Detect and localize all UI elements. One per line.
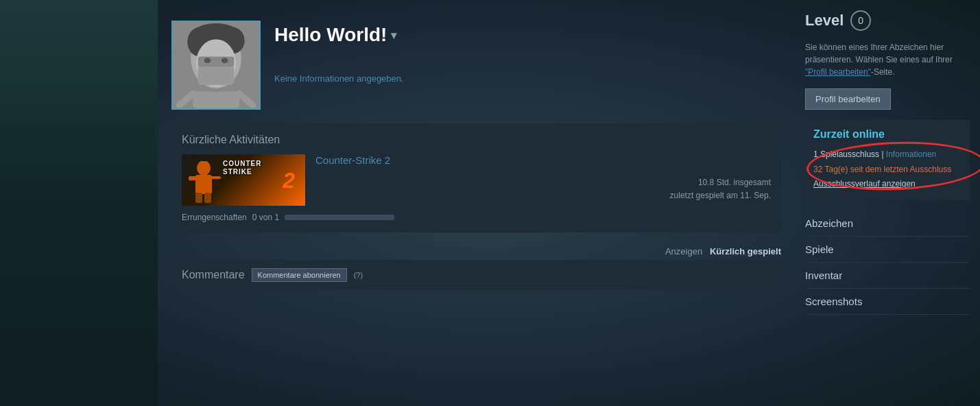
nav-item-spiele[interactable]: Spiele xyxy=(805,237,970,263)
ban-line-1: 1 Spielausschluss | Informationen xyxy=(813,147,961,163)
svg-rect-16 xyxy=(211,176,221,179)
avatar-container xyxy=(171,21,261,110)
svg-rect-10 xyxy=(193,92,239,108)
online-title: Zurzeit online xyxy=(813,128,961,141)
username: Hello World! ▾ xyxy=(274,24,781,46)
achievements-label: Errungenschaften xyxy=(182,213,247,222)
main-content: Hello World! ▾ Keine Informationen angeg… xyxy=(158,0,795,406)
level-section: Level 0 xyxy=(805,10,970,31)
activity-title: Kürzliche Aktivitäten xyxy=(182,134,771,146)
level-label: Level xyxy=(805,12,844,29)
ban-info: 1 Spielausschluss | Informationen 32 Tag… xyxy=(813,147,961,192)
cs2-thumbnail-bg: COUNTER STRIKE 2 xyxy=(182,154,305,206)
subscribe-button[interactable]: Kommentare abonnieren xyxy=(252,268,347,282)
game-entry: COUNTER STRIKE 2 Counter-Strike 2 10.8 S… xyxy=(182,154,771,206)
svg-rect-6 xyxy=(198,65,234,85)
svg-rect-7 xyxy=(198,56,234,67)
ban-days: 32 Tag(e) seit dem letzten Ausschluss xyxy=(813,163,961,178)
achievement-bar-container xyxy=(285,215,394,220)
game-name[interactable]: Counter-Strike 2 xyxy=(315,154,771,166)
level-description: Sie können eines Ihrer Abzeichen hier pr… xyxy=(805,41,970,78)
game-details: Counter-Strike 2 10.8 Std. insgesamt zul… xyxy=(315,154,771,202)
ban-history-link[interactable]: Ausschlussverlauf anzeigen xyxy=(813,177,961,192)
last-played: zuletzt gespielt am 11. Sep. xyxy=(315,189,771,202)
username-text: Hello World! xyxy=(274,24,387,46)
kurzlich-button[interactable]: Kürzlich gespielt xyxy=(710,246,781,256)
achievements-value: 0 von 1 xyxy=(252,213,279,222)
dropdown-arrow-icon[interactable]: ▾ xyxy=(391,29,396,42)
activity-section: Kürzliche Aktivitäten xyxy=(171,123,781,232)
comments-title: Kommentare xyxy=(182,269,245,281)
nav-item-inventar[interactable]: Inventar xyxy=(805,263,970,289)
edit-profile-button[interactable]: Profil bearbeiten xyxy=(805,88,891,110)
svg-rect-17 xyxy=(195,193,202,203)
profile-header: Hello World! ▾ Keine Informationen angeg… xyxy=(158,14,795,123)
svg-point-9 xyxy=(222,58,228,63)
ban-info-link[interactable]: Informationen xyxy=(886,150,936,159)
nav-item-abzeichen[interactable]: Abzeichen xyxy=(805,211,970,237)
svg-point-13 xyxy=(197,161,211,176)
help-icon[interactable]: (?) xyxy=(354,271,363,279)
no-info-text: Keine Informationen angegeben. xyxy=(274,73,781,84)
profile-edit-link[interactable]: "Profil bearbeiten" xyxy=(805,67,871,77)
svg-point-8 xyxy=(204,58,211,63)
cs2-text: COUNTER STRIKE xyxy=(223,160,261,176)
game-thumbnail[interactable]: COUNTER STRIKE 2 xyxy=(182,154,305,206)
cs2-number: 2 xyxy=(283,168,295,193)
sidebar-nav: Abzeichen Spiele Inventar Screenshots xyxy=(805,211,970,315)
svg-rect-15 xyxy=(189,176,197,180)
online-section: Zurzeit online 1 Spielausschluss | Infor… xyxy=(805,120,970,200)
comments-section: Kommentare Kommentare abonnieren (?) xyxy=(171,260,781,290)
svg-rect-18 xyxy=(204,193,211,203)
level-badge: 0 xyxy=(850,10,871,31)
profile-info: Hello World! ▾ Keine Informationen angeg… xyxy=(274,21,781,84)
avatar xyxy=(173,22,259,108)
soldier-icon xyxy=(185,161,223,206)
anzeigen-label: Anzeigen xyxy=(665,246,702,256)
left-sidebar xyxy=(0,0,158,406)
game-stats: 10.8 Std. insgesamt zuletzt gespielt am … xyxy=(315,176,771,202)
ban-count: 1 Spielausschluss xyxy=(813,150,879,159)
right-sidebar: Level 0 Sie können eines Ihrer Abzeichen… xyxy=(795,0,980,406)
svg-rect-14 xyxy=(195,175,212,194)
nav-item-screenshots[interactable]: Screenshots xyxy=(805,289,970,315)
achievements-row: Errungenschaften 0 von 1 xyxy=(182,213,771,222)
view-toggle: Anzeigen Kürzlich gespielt xyxy=(158,243,795,260)
hours-total: 10.8 Std. insgesamt xyxy=(315,176,771,189)
